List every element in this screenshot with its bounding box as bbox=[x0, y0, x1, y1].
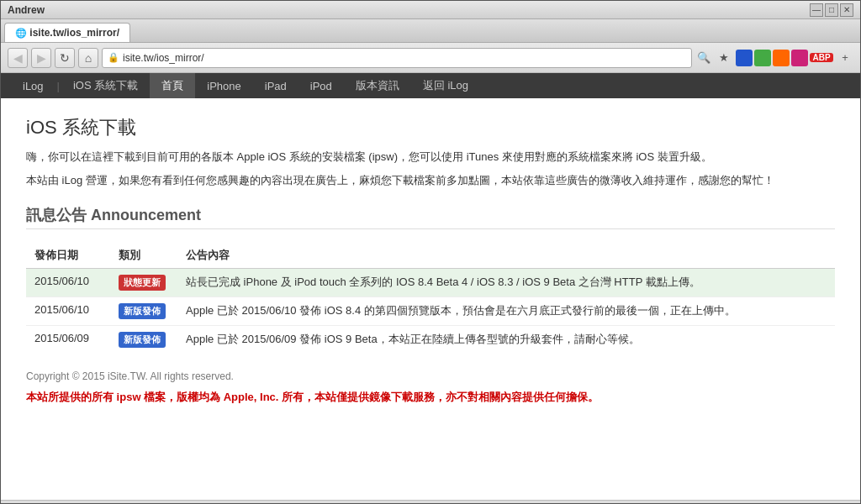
search-icon[interactable]: 🔍 bbox=[695, 50, 712, 66]
tab-label: isite.tw/ios_mirror/ bbox=[29, 27, 119, 39]
nav-ilog[interactable]: iLog bbox=[11, 75, 55, 97]
address-input[interactable] bbox=[123, 52, 686, 64]
cell-content: 站長已完成 iPhone 及 iPod touch 全系列的 IOS 8.4 B… bbox=[177, 269, 835, 297]
nav-ipad[interactable]: iPad bbox=[253, 75, 298, 97]
status-bar bbox=[1, 500, 860, 503]
extension-icon-2[interactable] bbox=[754, 50, 771, 66]
tab-bar: 🌐 isite.tw/ios_mirror/ bbox=[1, 19, 860, 43]
extension-icon-3[interactable] bbox=[773, 50, 790, 66]
col-category: 類別 bbox=[110, 243, 177, 269]
cell-category: 狀態更新 bbox=[110, 269, 177, 297]
bookmark-icon[interactable]: ★ bbox=[716, 50, 732, 66]
nav-separator-1: | bbox=[55, 80, 61, 92]
cell-category: 新版發佈 bbox=[110, 326, 177, 354]
table-row: 2015/06/10新版發佈Apple 已於 2015/06/10 發佈 iOS… bbox=[26, 297, 835, 326]
category-badge: 狀態更新 bbox=[119, 275, 166, 291]
announcement-table: 發佈日期 類別 公告內容 2015/06/10狀態更新站長已完成 iPhone … bbox=[26, 243, 835, 354]
browser-toolbar: ◀ ▶ ↻ ⌂ 🔒 🔍 ★ ABP + bbox=[1, 43, 860, 73]
page-notice: 本站由 iLog 營運，如果您有看到任何您感興趣的內容出現在廣告上，麻煩您下載檔… bbox=[26, 172, 835, 189]
nav-home[interactable]: 首頁 bbox=[150, 73, 195, 98]
page-description: 嗨，你可以在這裡下載到目前可用的各版本 Apple iOS 系統的安裝檔案 (i… bbox=[26, 149, 835, 165]
col-content: 公告內容 bbox=[177, 243, 835, 269]
disclaimer-text: 本站所提供的所有 ipsw 檔案，版權均為 Apple, Inc. 所有，本站僅… bbox=[26, 389, 835, 406]
table-row: 2015/06/10狀態更新站長已完成 iPhone 及 iPod touch … bbox=[26, 269, 835, 297]
window-title: Andrew bbox=[8, 4, 45, 16]
copyright-text: Copyright © 2015 iSite.TW. All rights re… bbox=[26, 370, 835, 382]
favicon: 🌐 bbox=[15, 28, 27, 38]
col-date: 發佈日期 bbox=[26, 243, 110, 269]
browser-window: Andrew — □ ✕ 🌐 isite.tw/ios_mirror/ ◀ ▶ … bbox=[0, 0, 861, 504]
extension-icons: ABP bbox=[736, 50, 833, 66]
browser-tab[interactable]: 🌐 isite.tw/ios_mirror/ bbox=[4, 23, 130, 42]
add-tab-button[interactable]: + bbox=[837, 50, 853, 66]
title-bar-left: Andrew bbox=[8, 4, 45, 16]
page-content: iOS 系統下載 嗨，你可以在這裡下載到目前可用的各版本 Apple iOS 系… bbox=[1, 98, 860, 500]
nav-version-info[interactable]: 版本資訊 bbox=[344, 73, 411, 98]
title-bar: Andrew — □ ✕ bbox=[1, 1, 860, 19]
section-title: 訊息公告 Announcement bbox=[26, 205, 835, 229]
cell-category: 新版發佈 bbox=[110, 297, 177, 326]
nav-iphone[interactable]: iPhone bbox=[195, 75, 252, 97]
cell-content: Apple 已於 2015/06/10 發佈 iOS 8.4 的第四個預覽版本，… bbox=[177, 297, 835, 326]
page-title: iOS 系統下載 bbox=[26, 115, 835, 140]
back-button[interactable]: ◀ bbox=[8, 48, 28, 68]
cell-content: Apple 已於 2015/06/09 發佈 iOS 9 Beta，本站正在陸續… bbox=[177, 326, 835, 354]
site-nav: iLog | iOS 系統下載 首頁 iPhone iPad iPod 版本資訊… bbox=[1, 73, 860, 98]
category-badge: 新版發佈 bbox=[119, 303, 166, 319]
maximize-button[interactable]: □ bbox=[825, 3, 838, 17]
extension-icon-1[interactable] bbox=[736, 50, 753, 66]
cell-date: 2015/06/09 bbox=[26, 326, 110, 354]
cell-date: 2015/06/10 bbox=[26, 297, 110, 326]
close-button[interactable]: ✕ bbox=[840, 3, 853, 17]
table-row: 2015/06/09新版發佈Apple 已於 2015/06/09 發佈 iOS… bbox=[26, 326, 835, 354]
category-badge: 新版發佈 bbox=[119, 332, 166, 348]
extension-icon-4[interactable] bbox=[791, 50, 808, 66]
nav-back-ilog[interactable]: 返回 iLog bbox=[411, 73, 480, 98]
nav-ios-download[interactable]: iOS 系統下載 bbox=[61, 73, 150, 98]
nav-ipod[interactable]: iPod bbox=[298, 75, 344, 97]
window-controls: — □ ✕ bbox=[810, 3, 853, 17]
site-icon: 🔒 bbox=[108, 52, 119, 63]
cell-date: 2015/06/10 bbox=[26, 269, 110, 297]
adblock-button[interactable]: ABP bbox=[810, 53, 833, 62]
minimize-button[interactable]: — bbox=[810, 3, 823, 17]
address-bar-container: 🔒 bbox=[102, 48, 692, 68]
forward-button[interactable]: ▶ bbox=[31, 48, 51, 68]
refresh-button[interactable]: ↻ bbox=[55, 48, 75, 68]
home-button[interactable]: ⌂ bbox=[78, 48, 98, 68]
